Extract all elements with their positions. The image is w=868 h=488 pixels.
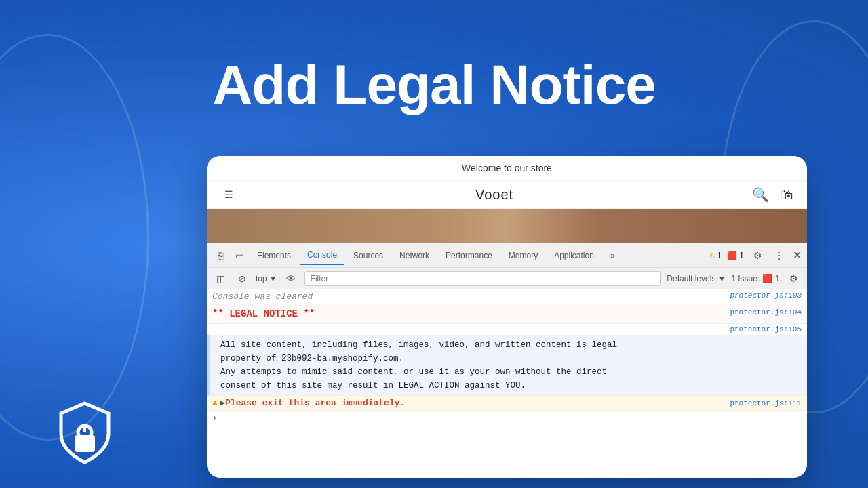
devtools-filter-bar: ◫ ⊘ top ▼ 👁 Default levels ▼ 1 Issue: 🟥 …	[207, 268, 807, 289]
expand-arrow-icon[interactable]: ▶	[220, 398, 225, 408]
console-info-block: All site content, including files, image…	[207, 336, 807, 396]
settings-icon[interactable]: ⚙	[749, 247, 766, 264]
devtools-panel: ⎘ ▭ Elements Console Sources Network Per…	[207, 243, 807, 456]
warning-text: Please exit this area immediately.	[225, 398, 405, 408]
log-levels-dropdown[interactable]: Default levels ▼	[667, 274, 726, 283]
issue-counter: 1 Issue: 🟥 1	[731, 274, 780, 283]
store-logo: Vooet	[475, 187, 513, 203]
warn-icon: ⚠	[708, 251, 715, 260]
warning-triangle-icon: ▲	[212, 398, 218, 408]
console-settings-icon[interactable]: ⚙	[785, 270, 802, 287]
nav-icons: 🔍 🛍	[752, 186, 793, 203]
info-link-row: protector.js:105	[207, 324, 807, 336]
error-badge: 🟥 1	[727, 251, 744, 260]
sidebar-toggle-icon[interactable]: ◫	[212, 270, 229, 287]
more-options-icon[interactable]: ⋮	[771, 247, 787, 264]
shield-icon	[51, 400, 119, 468]
search-icon[interactable]: 🔍	[752, 186, 769, 203]
toolbar-right: ⚠ 1 🟥 1 ⚙ ⋮ ✕	[708, 247, 802, 264]
clear-console-icon[interactable]: ⊘	[234, 270, 250, 287]
console-cleared-row: Console was cleared protector.js:103	[207, 289, 807, 304]
error-icon: 🟥	[727, 251, 737, 260]
chevron-down-icon: ▼	[717, 274, 726, 283]
warning-file-link[interactable]: protector.js:111	[730, 399, 802, 407]
console-expand-row: ›	[207, 411, 807, 426]
bottom-expand-icon[interactable]: ›	[212, 413, 217, 423]
inspector-icon[interactable]: ⎘	[212, 247, 229, 264]
context-selector[interactable]: top ▼	[256, 274, 277, 283]
tab-elements[interactable]: Elements	[250, 247, 298, 264]
tab-performance[interactable]: Performance	[439, 247, 499, 264]
close-devtools-button[interactable]: ✕	[793, 249, 802, 262]
tab-network[interactable]: Network	[393, 247, 436, 264]
console-legal-notice-row: ** LEGAL NOTICE ** protector.js:104	[207, 304, 807, 324]
chevron-down-icon: ▼	[269, 274, 277, 283]
browser-card: Welcome to our store ☰ Vooet 🔍 🛍 ⎘ ▭ Ele…	[207, 156, 807, 478]
legal-notice-text: ** LEGAL NOTICE **	[212, 308, 315, 319]
console-warning-row: ▲ ▶ Please exit this area immediately. p…	[207, 396, 807, 411]
tab-application[interactable]: Application	[547, 247, 601, 264]
eye-icon[interactable]: 👁	[283, 270, 299, 287]
legal-notice-file-link[interactable]: protector.js:104	[730, 308, 802, 317]
store-welcome-bar: Welcome to our store	[207, 156, 807, 181]
tab-more[interactable]: »	[604, 247, 622, 264]
filter-input[interactable]	[304, 271, 662, 286]
cleared-file-link[interactable]: protector.js:103	[730, 291, 802, 300]
console-output: Console was cleared protector.js:103 ** …	[207, 289, 807, 456]
devtools-toolbar: ⎘ ▭ Elements Console Sources Network Per…	[207, 243, 807, 268]
hamburger-icon[interactable]: ☰	[220, 186, 237, 203]
device-icon[interactable]: ▭	[231, 247, 248, 264]
tab-sources[interactable]: Sources	[347, 247, 390, 264]
store-nav: ☰ Vooet 🔍 🛍	[207, 181, 807, 209]
tab-memory[interactable]: Memory	[502, 247, 545, 264]
cart-icon[interactable]: 🛍	[780, 187, 793, 203]
issue-error-icon: 🟥	[762, 274, 772, 283]
info-text-content: All site content, including files, image…	[220, 338, 802, 392]
warning-badge: ⚠ 1	[708, 251, 722, 260]
store-hero-image	[207, 209, 807, 243]
tab-console[interactable]: Console	[300, 246, 344, 265]
page-title: Add Legal Notice	[0, 54, 868, 115]
info-file-link[interactable]: protector.js:105	[730, 325, 802, 333]
